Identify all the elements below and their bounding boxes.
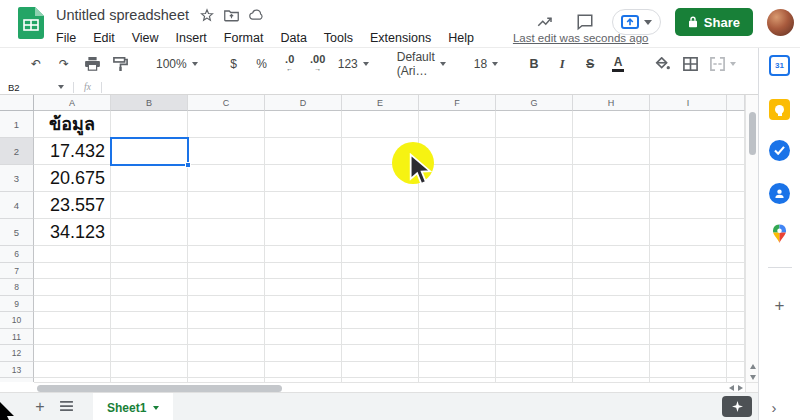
- insights-icon[interactable]: [532, 9, 558, 35]
- grid-cell-C6[interactable]: [188, 246, 265, 263]
- scroll-left-icon[interactable]: [729, 385, 734, 391]
- grid-cell-D9[interactable]: [265, 296, 342, 313]
- grid-cell-partial-11[interactable]: [727, 329, 745, 346]
- grid-cell-C4[interactable]: [188, 192, 265, 219]
- grid-cell-D4[interactable]: [265, 192, 342, 219]
- scroll-right-icon[interactable]: [738, 385, 743, 391]
- menu-edit[interactable]: Edit: [93, 31, 115, 45]
- horizontal-scrollbar-thumb[interactable]: [37, 385, 282, 392]
- grid-cell-partial-10[interactable]: [727, 312, 745, 329]
- grid-cell-A6[interactable]: [34, 246, 111, 263]
- column-header-D[interactable]: D: [265, 95, 342, 111]
- grid-cell-E10[interactable]: [342, 312, 419, 329]
- grid-cell-I6[interactable]: [650, 246, 727, 263]
- grid-cell-H8[interactable]: [573, 279, 650, 296]
- all-sheets-icon[interactable]: [53, 394, 79, 420]
- grid-cell-I11[interactable]: [650, 329, 727, 346]
- grid-cell-partial-13[interactable]: [727, 362, 745, 379]
- grid-cell-C13[interactable]: [188, 362, 265, 379]
- row-header-7[interactable]: 7: [0, 263, 34, 280]
- vertical-scrollbar-thumb[interactable]: [749, 112, 756, 155]
- grid-cell-D1[interactable]: [265, 111, 342, 138]
- grid-cell-partial-7[interactable]: [727, 263, 745, 280]
- grid-cell-A10[interactable]: [34, 312, 111, 329]
- sheets-logo-icon[interactable]: [18, 7, 44, 39]
- grid-cell-H3[interactable]: [573, 165, 650, 192]
- name-box-caret[interactable]: [58, 85, 64, 89]
- user-avatar[interactable]: [767, 9, 794, 36]
- grid-cell-D13[interactable]: [265, 362, 342, 379]
- grid-cell-B3[interactable]: [111, 165, 188, 192]
- grid-cell-G2[interactable]: [496, 138, 573, 165]
- grid-cell-F9[interactable]: [419, 296, 496, 313]
- maps-icon[interactable]: [769, 223, 790, 244]
- grid-cell-B12[interactable]: [111, 345, 188, 362]
- document-title[interactable]: Untitled spreadsheet: [56, 7, 189, 23]
- grid-cell-A1[interactable]: ข้อมูล: [34, 111, 111, 138]
- column-header-C[interactable]: C: [188, 95, 265, 111]
- increase-decimals-button[interactable]: .00: [306, 52, 330, 76]
- grid-cell-G4[interactable]: [496, 192, 573, 219]
- grid-cell-F11[interactable]: [419, 329, 496, 346]
- comment-icon[interactable]: [572, 9, 598, 35]
- menu-format[interactable]: Format: [224, 31, 264, 45]
- grid-cell-A7[interactable]: [34, 263, 111, 280]
- grid-cell-partial-12[interactable]: [727, 345, 745, 362]
- star-icon[interactable]: [199, 8, 214, 23]
- redo-icon[interactable]: ↷: [52, 52, 76, 76]
- grid-cell-E5[interactable]: [342, 219, 419, 246]
- grid-cell-E13[interactable]: [342, 362, 419, 379]
- row-header-5[interactable]: 5: [0, 219, 34, 246]
- grid-cell-I9[interactable]: [650, 296, 727, 313]
- grid-cell-I5[interactable]: [650, 219, 727, 246]
- grid-cell-A9[interactable]: [34, 296, 111, 313]
- grid-cell-partial-8[interactable]: [727, 279, 745, 296]
- grid-cell-B6[interactable]: [111, 246, 188, 263]
- row-header-2[interactable]: 2: [0, 138, 34, 165]
- print-icon[interactable]: [80, 52, 104, 76]
- grid-cell-E1[interactable]: [342, 111, 419, 138]
- column-header-H[interactable]: H: [573, 95, 650, 111]
- grid-cell-E8[interactable]: [342, 279, 419, 296]
- grid-cell-H9[interactable]: [573, 296, 650, 313]
- grid-cell-H10[interactable]: [573, 312, 650, 329]
- grid-cell-C1[interactable]: [188, 111, 265, 138]
- grid-cell-I2[interactable]: [650, 138, 727, 165]
- grid-cell-B7[interactable]: [111, 263, 188, 280]
- grid-cell-F12[interactable]: [419, 345, 496, 362]
- font-size-select[interactable]: 18: [470, 52, 502, 76]
- grid-cell-D12[interactable]: [265, 345, 342, 362]
- grid-cell-I8[interactable]: [650, 279, 727, 296]
- grid-cell-I1[interactable]: [650, 111, 727, 138]
- grid-cell-H11[interactable]: [573, 329, 650, 346]
- grid-cell-G7[interactable]: [496, 263, 573, 280]
- format-percent-button[interactable]: %: [250, 52, 274, 76]
- grid-cell-A4[interactable]: 23.557: [34, 192, 111, 219]
- grid-cell-H2[interactable]: [573, 138, 650, 165]
- grid-cell-B9[interactable]: [111, 296, 188, 313]
- bold-button[interactable]: B: [522, 52, 546, 76]
- row-header-6[interactable]: 6: [0, 246, 34, 263]
- explore-button[interactable]: [722, 396, 752, 417]
- sheet-tab-sheet1[interactable]: Sheet1: [93, 393, 173, 420]
- calendar-icon[interactable]: 31: [769, 55, 790, 76]
- grid-cell-F6[interactable]: [419, 246, 496, 263]
- grid-cell-B11[interactable]: [111, 329, 188, 346]
- grid-cell-H6[interactable]: [573, 246, 650, 263]
- menu-file[interactable]: File: [56, 31, 76, 45]
- grid-cell-partial-1[interactable]: [727, 111, 745, 138]
- vertical-scrollbar[interactable]: [745, 95, 758, 382]
- menu-extensions[interactable]: Extensions: [370, 31, 431, 45]
- grid-cell-D6[interactable]: [265, 246, 342, 263]
- row-header-1[interactable]: 1: [0, 111, 34, 138]
- present-button[interactable]: [612, 9, 661, 35]
- grid-cell-A11[interactable]: [34, 329, 111, 346]
- select-all-corner[interactable]: [0, 95, 34, 111]
- grid-cell-C11[interactable]: [188, 329, 265, 346]
- grid-cell-G10[interactable]: [496, 312, 573, 329]
- keep-icon[interactable]: [769, 99, 790, 120]
- font-select[interactable]: Default (Ari…: [393, 52, 450, 76]
- grid-cell-C9[interactable]: [188, 296, 265, 313]
- grid-cell-partial-5[interactable]: [727, 219, 745, 246]
- column-header-F[interactable]: F: [419, 95, 496, 111]
